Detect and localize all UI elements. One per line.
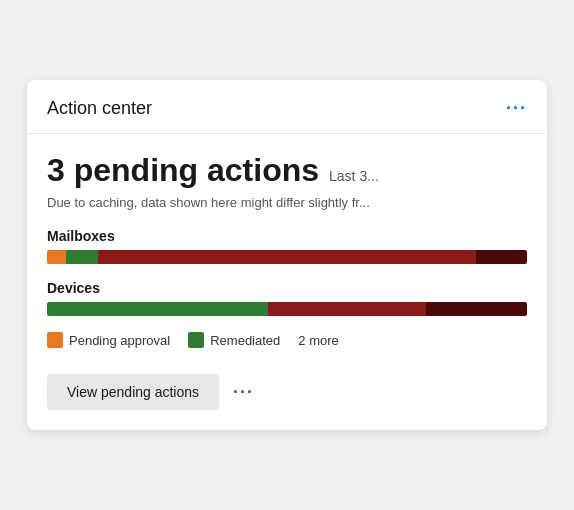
devices-bar-remediated xyxy=(47,302,268,316)
card-footer: View pending actions ··· xyxy=(47,370,527,410)
mailboxes-bar-remediated xyxy=(66,250,98,264)
legend-item-remediated: Remediated xyxy=(188,332,280,348)
pending-count-row: 3 pending actions Last 3... xyxy=(47,152,527,189)
mailboxes-bar-dark-red xyxy=(98,250,477,264)
legend-item-pending: Pending approval xyxy=(47,332,170,348)
cache-note: Due to caching, data shown here might di… xyxy=(47,195,527,210)
mailboxes-bar xyxy=(47,250,527,264)
legend-label-pending: Pending approval xyxy=(69,333,170,348)
card-body: 3 pending actions Last 3... Due to cachi… xyxy=(27,134,547,430)
mailboxes-bar-pending xyxy=(47,250,66,264)
legend-swatch-remediated xyxy=(188,332,204,348)
legend-more: 2 more xyxy=(298,333,338,348)
legend-label-remediated: Remediated xyxy=(210,333,280,348)
devices-bar xyxy=(47,302,527,316)
mailboxes-label: Mailboxes xyxy=(47,228,527,244)
devices-bar-darkest-red xyxy=(426,302,527,316)
legend-swatch-pending xyxy=(47,332,63,348)
legend: Pending approval Remediated 2 more xyxy=(47,332,527,348)
footer-more-button[interactable]: ··· xyxy=(233,382,254,403)
action-center-card: Action center ··· 3 pending actions Last… xyxy=(27,80,547,430)
card-header: Action center ··· xyxy=(27,80,547,134)
pending-count: 3 pending actions xyxy=(47,152,319,189)
view-pending-actions-button[interactable]: View pending actions xyxy=(47,374,219,410)
header-more-button[interactable]: ··· xyxy=(506,98,527,119)
mailboxes-bar-darkest-red xyxy=(476,250,527,264)
card-title: Action center xyxy=(47,98,152,119)
devices-label: Devices xyxy=(47,280,527,296)
last-updated: Last 3... xyxy=(329,168,379,184)
devices-bar-dark-red xyxy=(268,302,426,316)
